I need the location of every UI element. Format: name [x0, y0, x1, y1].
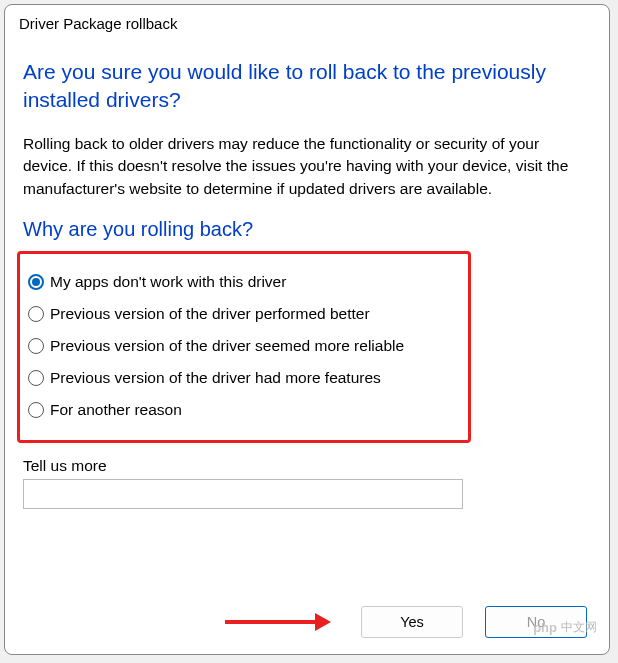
- dialog-window: Driver Package rollback Are you sure you…: [4, 4, 610, 655]
- reasons-highlight-box: My apps don't work with this driver Prev…: [17, 251, 471, 443]
- radio-icon: [28, 274, 44, 290]
- reason-label: Previous version of the driver seemed mo…: [50, 337, 404, 355]
- body-text: Rolling back to older drivers may reduce…: [23, 133, 591, 200]
- radio-icon: [28, 338, 44, 354]
- no-button[interactable]: No: [485, 606, 587, 638]
- reason-option-0[interactable]: My apps don't work with this driver: [28, 266, 460, 298]
- reason-option-3[interactable]: Previous version of the driver had more …: [28, 362, 460, 394]
- arrow-head-icon: [315, 613, 331, 631]
- reason-label: For another reason: [50, 401, 182, 419]
- tell-us-more-input[interactable]: [23, 479, 463, 509]
- tell-us-more-label: Tell us more: [23, 457, 591, 475]
- reason-option-1[interactable]: Previous version of the driver performed…: [28, 298, 460, 330]
- sub-heading: Why are you rolling back?: [23, 218, 591, 241]
- arrow-line: [225, 620, 315, 624]
- reason-label: My apps don't work with this driver: [50, 273, 286, 291]
- window-title: Driver Package rollback: [5, 5, 609, 38]
- yes-button[interactable]: Yes: [361, 606, 463, 638]
- dialog-content: Are you sure you would like to roll back…: [5, 38, 609, 509]
- radio-icon: [28, 306, 44, 322]
- main-heading: Are you sure you would like to roll back…: [23, 58, 591, 115]
- arrow-annotation: [211, 613, 331, 631]
- reason-label: Previous version of the driver had more …: [50, 369, 381, 387]
- reason-option-2[interactable]: Previous version of the driver seemed mo…: [28, 330, 460, 362]
- button-row: Yes No: [211, 606, 587, 638]
- radio-icon: [28, 370, 44, 386]
- reason-label: Previous version of the driver performed…: [50, 305, 370, 323]
- radio-icon: [28, 402, 44, 418]
- reason-option-4[interactable]: For another reason: [28, 394, 460, 426]
